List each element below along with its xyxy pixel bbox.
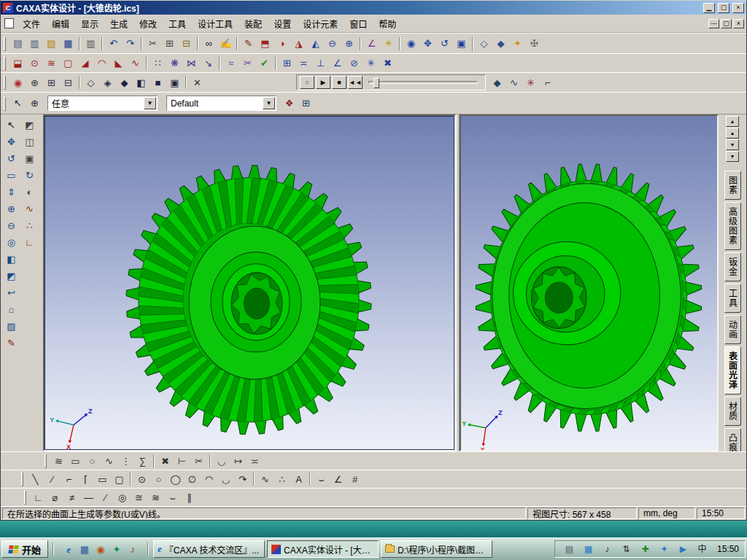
render-hidden-line[interactable]: ◈	[99, 74, 116, 90]
ime-tray-icon[interactable]: 中	[694, 541, 711, 557]
select-body-filter[interactable]: ▣	[21, 150, 38, 166]
toolbar-drag-handle[interactable]	[4, 96, 6, 111]
media-tray-icon[interactable]: ▶	[675, 541, 692, 557]
render-shaded-edges[interactable]: ◧	[133, 74, 150, 90]
toolbar-drag-handle[interactable]	[44, 454, 47, 468]
cut[interactable]: ✂	[144, 36, 161, 52]
panel-scroll-down[interactable]: ▼	[726, 139, 739, 150]
revolve-feature[interactable]: ◑	[274, 36, 290, 52]
viewport-3d-canvas-left[interactable]: ZYX	[44, 116, 454, 450]
horizontal-dim[interactable]: —	[80, 489, 97, 505]
tangent-line[interactable]: ⌐	[61, 471, 77, 487]
smart-dimension[interactable]: ∠	[363, 36, 380, 52]
arc-center[interactable]: ◠	[201, 471, 217, 487]
select-mode[interactable]: ↖	[9, 96, 26, 112]
save-file[interactable]: ▦	[60, 36, 77, 52]
circle-center-radius[interactable]: ⊙	[133, 471, 150, 487]
zoom-window-tool[interactable]: ▭	[3, 167, 20, 183]
prev-view-tool[interactable]: ↩	[3, 284, 20, 300]
selection-filter-combo[interactable]: 任意 ▼	[47, 96, 158, 111]
render-settings[interactable]: ❖	[281, 96, 298, 112]
winamp-icon[interactable]: ♪	[125, 542, 140, 556]
tangent-dim[interactable]: ⌣	[164, 489, 181, 505]
panel-scroll-up[interactable]: ▲	[726, 128, 739, 139]
delete-curve[interactable]: ✖	[157, 453, 174, 469]
render-style-combo[interactable]: Default ▼	[166, 96, 276, 111]
symmetry-dim[interactable]: ≋	[147, 489, 164, 505]
gear-model[interactable]	[126, 166, 371, 435]
zoom-in-tool[interactable]: ⊕	[3, 201, 20, 217]
extend-curve[interactable]: ↦	[230, 453, 247, 469]
anim-play[interactable]: ▶	[316, 76, 330, 89]
sketch-profile[interactable]: ✎	[240, 36, 257, 52]
draft-feature[interactable]: ◢	[77, 55, 93, 71]
pattern-linear[interactable]: ∷	[150, 55, 166, 71]
render-wireframe[interactable]: ◇	[82, 74, 99, 90]
explode-view[interactable]: ✳	[363, 55, 379, 71]
side-tab-material[interactable]: 材质	[724, 397, 741, 426]
shell-feature[interactable]: ▢	[60, 55, 77, 71]
perpendicular-dim[interactable]: ∟	[30, 489, 47, 505]
diameter-dim[interactable]: ⌀	[47, 489, 63, 505]
hide-show-tool[interactable]: ◐	[21, 184, 38, 200]
messenger-tray-icon[interactable]: ✦	[656, 541, 673, 557]
tool-attach-point[interactable]: ⊕	[26, 74, 43, 90]
menu-tools[interactable]: 工具	[163, 15, 192, 33]
menu-edit[interactable]: 编辑	[46, 15, 75, 33]
display-tray-icon[interactable]: ▦	[580, 541, 597, 557]
zoom-all[interactable]: ◉	[403, 36, 419, 52]
side-tab-advanced-elements[interactable]: 高级图素	[724, 202, 741, 250]
panel-scroll-top[interactable]: ▲	[726, 116, 739, 127]
restore-button[interactable]: ▢	[718, 3, 729, 13]
help-pointer[interactable]: ✍	[217, 36, 234, 52]
menu-generate[interactable]: 生成	[104, 15, 133, 33]
timeline-thumb[interactable]	[374, 78, 379, 88]
two-point-line[interactable]: ╲	[27, 471, 44, 487]
menu-display[interactable]: 显示	[75, 15, 104, 33]
render-realistic[interactable]: ■	[150, 74, 166, 90]
side-tab-surface-finish[interactable]: 表面光泽	[724, 346, 741, 394]
app-icon[interactable]: C	[3, 3, 13, 13]
bool-union[interactable]: ⊕	[341, 36, 357, 52]
close-button[interactable]: ×	[732, 3, 744, 13]
wireframe-display[interactable]: ◇	[476, 36, 492, 52]
light-settings[interactable]: ✦	[509, 36, 526, 52]
side-tab-tools[interactable]: 工具	[724, 284, 741, 313]
arc-tangent[interactable]: ↷	[234, 471, 251, 487]
equal-length[interactable]: ≅	[131, 489, 147, 505]
panel-scroll-bottom[interactable]: ▼	[726, 151, 739, 162]
assembly-mate[interactable]: ⊥	[312, 55, 329, 71]
media-player-icon[interactable]: ◉	[93, 542, 108, 556]
annotate-tool[interactable]: ✎	[3, 335, 20, 351]
fillet-feature[interactable]: ◠	[93, 55, 110, 71]
toolbar-drag-handle[interactable]	[21, 472, 23, 486]
redo[interactable]: ↷	[122, 36, 139, 52]
find[interactable]: ∞	[201, 36, 217, 52]
task-caxa-app[interactable]: CAXA实体设计 - [大锥...	[267, 540, 379, 558]
arc-three-point[interactable]: ◡	[217, 471, 234, 487]
side-tab-sheet-metal[interactable]: 钣金	[724, 252, 741, 281]
text-sketch[interactable]: A	[290, 471, 307, 487]
anim-rewind[interactable]: ◄◄	[348, 76, 363, 89]
render-mode-tool[interactable]: ▨	[3, 318, 20, 334]
menu-settings[interactable]: 设置	[268, 15, 297, 33]
design-env-lock[interactable]: ✠	[526, 36, 543, 52]
fillet-curve[interactable]: ◡	[213, 453, 230, 469]
select-edge-filter[interactable]: ◫	[21, 133, 38, 149]
corner-chamfer-2d[interactable]: ∠	[330, 471, 347, 487]
keyframe-tool[interactable]: ◆	[489, 74, 506, 90]
antivirus-tray-icon[interactable]: ✚	[637, 541, 654, 557]
tool-3d-ball[interactable]: ◉	[9, 74, 26, 90]
polyline[interactable]: ⌈	[77, 471, 94, 487]
pan-view[interactable]: ✥	[419, 36, 436, 52]
tool-constraint[interactable]: ⊟	[60, 74, 77, 90]
mdi-restore-button[interactable]: ▢	[721, 19, 732, 28]
slope-dim[interactable]: ∕	[97, 489, 114, 505]
loft-feature[interactable]: ◭	[307, 36, 324, 52]
sketch-grid[interactable]: #	[347, 471, 363, 487]
coordinate-tool[interactable]: ∟	[21, 234, 38, 250]
network-tray-icon[interactable]: ⇅	[618, 541, 635, 557]
select-cursor[interactable]: ↖	[3, 117, 20, 133]
anim-stop[interactable]: ■	[332, 76, 347, 89]
smart-motion-tool[interactable]: ✳	[522, 74, 539, 90]
